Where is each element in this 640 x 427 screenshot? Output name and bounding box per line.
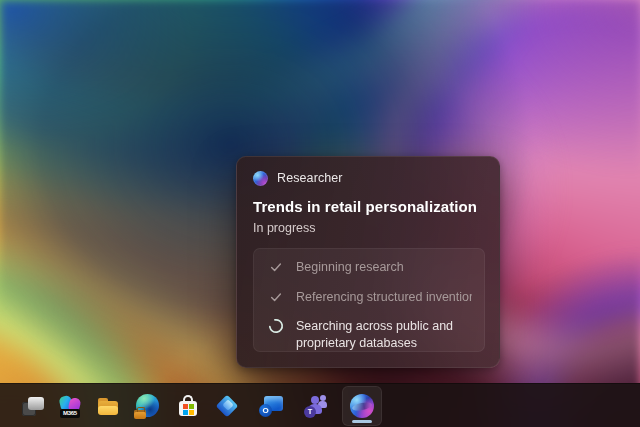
step-row: Referencing structured invention d... [268, 289, 472, 306]
taskbar-item-file-explorer[interactable] [88, 386, 128, 426]
step-row: Beginning research [268, 259, 472, 276]
taskbar-item-researcher-active[interactable] [342, 386, 382, 426]
researcher-app-icon [349, 393, 375, 419]
taskbar-item-edge[interactable] [127, 386, 167, 426]
taskbar: M365 [0, 383, 640, 427]
m365-copilot-icon: M365 [57, 393, 83, 419]
card-app-name: Researcher [277, 171, 343, 185]
researcher-icon [253, 171, 268, 186]
step-label: Beginning research [296, 259, 404, 276]
teams-badge: T [304, 406, 316, 418]
task-view-icon [20, 393, 46, 419]
card-status: In progress [253, 221, 483, 235]
check-icon [268, 289, 284, 305]
teams-icon: T [304, 393, 330, 419]
desktop-screen: Researcher Trends in retail personalizat… [0, 0, 640, 427]
edge-work-icon [134, 393, 160, 419]
research-steps-panel: Beginning research Referencing structure… [253, 248, 485, 352]
file-explorer-icon [95, 393, 121, 419]
check-icon [268, 259, 284, 275]
step-row: Searching across public and proprietary … [268, 318, 472, 351]
microsoft-store-icon [175, 393, 201, 419]
taskbar-item-teams[interactable]: T [297, 386, 337, 426]
taskbar-item-m365-copilot[interactable]: M365 [50, 386, 90, 426]
outlook-badge: O [259, 404, 272, 417]
taskbar-item-task-view[interactable] [13, 386, 53, 426]
step-label: Referencing structured invention d... [296, 289, 472, 306]
card-header: Researcher [253, 170, 483, 186]
windows-app-icon [214, 393, 240, 419]
researcher-progress-card[interactable]: Researcher Trends in retail personalizat… [236, 156, 500, 368]
m365-badge: M365 [60, 409, 80, 418]
taskbar-item-windows-app[interactable] [207, 386, 247, 426]
active-app-indicator [352, 420, 372, 423]
taskbar-item-microsoft-store[interactable] [168, 386, 208, 426]
outlook-icon: O [259, 393, 285, 419]
card-title: Trends in retail personalization [253, 198, 483, 215]
spinner-icon [268, 318, 284, 334]
step-label: Searching across public and proprietary … [296, 318, 472, 351]
taskbar-item-outlook[interactable]: O [252, 386, 292, 426]
